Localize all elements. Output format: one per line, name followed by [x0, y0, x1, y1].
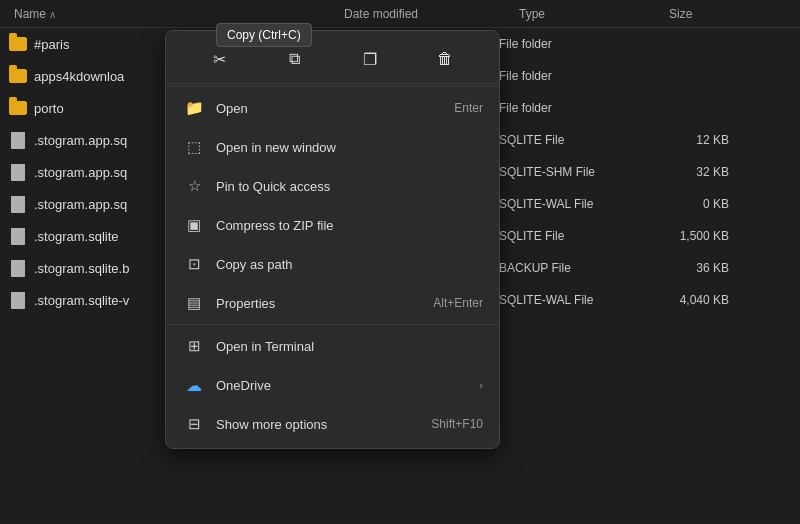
menu-item-copy-as-path[interactable]: ⊡ Copy as path [170, 245, 495, 283]
file-icon-container [8, 130, 28, 150]
file-type: BACKUP File [499, 261, 649, 275]
menu-item-icon-onedrive: ☁ [182, 373, 206, 397]
menu-item-icon-show-more: ⊟ [182, 412, 206, 436]
file-type: SQLITE-WAL File [499, 293, 649, 307]
header-type[interactable]: Type [513, 7, 663, 21]
file-icon [11, 292, 25, 309]
menu-item-compress-zip[interactable]: ▣ Compress to ZIP file [170, 206, 495, 244]
file-icon-container [8, 290, 28, 310]
file-type: File folder [499, 69, 649, 83]
context-menu: Copy (Ctrl+C) ✂⧉❐🗑 📁 Open Enter ⬚ Open i… [165, 30, 500, 449]
menu-item-open[interactable]: 📁 Open Enter [170, 89, 495, 127]
folder-icon [9, 101, 27, 115]
menu-item-label-compress-zip: Compress to ZIP file [216, 218, 483, 233]
file-icon [11, 132, 25, 149]
copy-tooltip: Copy (Ctrl+C) [216, 23, 312, 47]
file-icon-container [8, 226, 28, 246]
header-size[interactable]: Size [663, 7, 743, 21]
file-size: 32 KB [649, 165, 729, 179]
menu-item-open-new-window[interactable]: ⬚ Open in new window [170, 128, 495, 166]
file-type: SQLITE File [499, 133, 649, 147]
menu-item-show-more[interactable]: ⊟ Show more options Shift+F10 [170, 405, 495, 443]
file-icon-container [8, 98, 28, 118]
file-icon [11, 260, 25, 277]
folder-icon [9, 69, 27, 83]
file-icon-container [8, 194, 28, 214]
menu-item-shortcut-show-more: Shift+F10 [431, 417, 483, 431]
file-type: SQLITE-SHM File [499, 165, 649, 179]
file-icon-container [8, 162, 28, 182]
folder-icon [9, 37, 27, 51]
menu-icon-paste[interactable]: ❐ [352, 43, 388, 75]
file-icon-container [8, 34, 28, 54]
file-type: SQLITE File [499, 229, 649, 243]
menu-item-icon-compress-zip: ▣ [182, 213, 206, 237]
menu-item-arrow-onedrive: › [479, 379, 483, 391]
menu-divider-1 [166, 86, 499, 87]
menu-item-properties[interactable]: ▤ Properties Alt+Enter [170, 284, 495, 322]
file-size: 1,500 KB [649, 229, 729, 243]
file-size: 36 KB [649, 261, 729, 275]
file-icon [11, 196, 25, 213]
header-date[interactable]: Date modified [338, 7, 513, 21]
menu-item-label-pin-quick-access: Pin to Quick access [216, 179, 483, 194]
menu-item-icon-open: 📁 [182, 96, 206, 120]
menu-item-icon-open-new-window: ⬚ [182, 135, 206, 159]
menu-item-shortcut-properties: Alt+Enter [433, 296, 483, 310]
file-size: 0 KB [649, 197, 729, 211]
menu-item-pin-quick-access[interactable]: ☆ Pin to Quick access [170, 167, 495, 205]
menu-icon-cut[interactable]: ✂ [202, 43, 238, 75]
menu-item-icon-open-terminal: ⊞ [182, 334, 206, 358]
menu-item-shortcut-open: Enter [454, 101, 483, 115]
menu-item-label-properties: Properties [216, 296, 425, 311]
file-type: File folder [499, 37, 649, 51]
menu-item-open-terminal[interactable]: ⊞ Open in Terminal [170, 327, 495, 365]
file-size: 12 KB [649, 133, 729, 147]
file-explorer: Name ∧ Date modified Type Size #paris Fi… [0, 0, 800, 524]
menu-divider-2 [166, 324, 499, 325]
file-icon [11, 228, 25, 245]
menu-item-label-open-terminal: Open in Terminal [216, 339, 483, 354]
file-icon-container [8, 258, 28, 278]
menu-items-container: 📁 Open Enter ⬚ Open in new window ☆ Pin … [166, 89, 499, 443]
menu-item-label-open-new-window: Open in new window [216, 140, 483, 155]
sort-arrow-icon: ∧ [49, 9, 56, 20]
header-name[interactable]: Name ∧ [8, 7, 338, 21]
file-type: File folder [499, 101, 649, 115]
file-size: 4,040 KB [649, 293, 729, 307]
file-icon [11, 164, 25, 181]
file-type: SQLITE-WAL File [499, 197, 649, 211]
menu-item-label-show-more: Show more options [216, 417, 423, 432]
menu-item-onedrive[interactable]: ☁ OneDrive › [170, 366, 495, 404]
menu-item-icon-copy-as-path: ⊡ [182, 252, 206, 276]
menu-item-icon-pin-quick-access: ☆ [182, 174, 206, 198]
menu-icon-copy[interactable]: ⧉ [277, 43, 313, 75]
menu-item-label-onedrive: OneDrive [216, 378, 475, 393]
menu-item-label-open: Open [216, 101, 446, 116]
column-headers: Name ∧ Date modified Type Size [0, 0, 800, 28]
file-icon-container [8, 66, 28, 86]
menu-icon-delete[interactable]: 🗑 [427, 43, 463, 75]
menu-item-label-copy-as-path: Copy as path [216, 257, 483, 272]
menu-item-icon-properties: ▤ [182, 291, 206, 315]
